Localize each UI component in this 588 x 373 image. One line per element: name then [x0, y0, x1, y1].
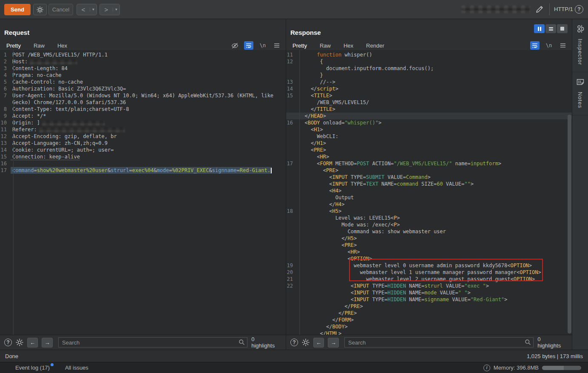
line-number	[286, 249, 297, 255]
response-panel: Response Pretty Raw Hex Render	[286, 19, 572, 350]
code-line: }	[286, 72, 572, 79]
send-button[interactable]: Send	[4, 4, 31, 15]
info-icon[interactable]: i	[483, 365, 490, 371]
response-search-input[interactable]	[344, 337, 534, 348]
code-line: 2Host:	[0, 58, 286, 65]
help-icon[interactable]: ?	[575, 5, 583, 14]
right-sidebar: Inspector Notes	[572, 19, 588, 350]
search-next-button[interactable]: →	[42, 338, 53, 348]
request-editor[interactable]: 1POST /WEB_VMS/LEVEL15/ HTTP/1.12Host:3C…	[0, 50, 286, 335]
code-line: </H4>	[286, 201, 572, 208]
response-title: Response	[290, 29, 321, 36]
forward-request-button[interactable]: > ▼	[99, 4, 120, 15]
line-number: 16	[0, 160, 11, 167]
code-line: <HR>	[286, 153, 572, 160]
search-help-icon[interactable]: ?	[4, 339, 12, 346]
word-wrap-icon[interactable]	[244, 41, 253, 50]
line-number	[286, 106, 297, 113]
document-icon	[577, 79, 584, 85]
cancel-button[interactable]: Cancel	[48, 4, 73, 15]
code-line: <H1>	[286, 126, 572, 133]
line-number	[286, 167, 297, 174]
text-caret	[271, 168, 272, 173]
layout-columns-button[interactable]	[534, 24, 545, 33]
arrow-right-icon: →	[331, 339, 336, 346]
search-settings-gear-icon[interactable]	[302, 339, 310, 346]
arrow-right-icon: →	[45, 339, 50, 346]
line-number	[286, 181, 297, 187]
code-line: 10Origin: ]	[0, 119, 286, 126]
sidebar-tab-notes[interactable]: Notes	[572, 72, 588, 116]
search-settings-gear-icon[interactable]	[16, 339, 23, 346]
line-number: 17	[286, 160, 297, 167]
search-prev-button[interactable]: ←	[27, 338, 38, 348]
search-help-icon[interactable]: ?	[290, 339, 298, 346]
code-line: 15Connection: keep-alive	[0, 153, 286, 160]
http-version-label[interactable]: HTTP/1	[554, 6, 573, 12]
line-number	[286, 113, 297, 119]
line-number: 3	[0, 65, 11, 72]
line-number	[286, 126, 297, 133]
line-number: 6	[0, 85, 11, 92]
code-line: </H5>	[286, 235, 572, 242]
line-number	[286, 140, 297, 147]
show-newlines-icon[interactable]: \n	[544, 41, 554, 50]
search-prev-button[interactable]: ←	[313, 338, 324, 348]
search-next-button[interactable]: →	[328, 338, 339, 348]
request-title: Request	[4, 29, 29, 36]
event-log-button[interactable]: Event log (17)	[15, 365, 50, 371]
status-done-label: Done	[5, 353, 18, 359]
show-newlines-icon[interactable]: \n	[258, 41, 267, 50]
notification-dot	[51, 363, 54, 366]
line-number: 13	[0, 140, 11, 147]
layout-buttons	[534, 24, 568, 33]
search-icon	[239, 339, 245, 345]
code-line: 1POST /WEB_VMS/LEVEL15/ HTTP/1.1	[0, 51, 286, 58]
layout-tabs-button[interactable]	[557, 24, 568, 33]
redacted-target	[461, 6, 530, 13]
code-line: <INPUT TYPE=HIDDEN NAME=mode VALUE=" ">	[286, 289, 572, 296]
code-line: </PRE>	[286, 310, 572, 316]
code-line: <HR>	[286, 249, 572, 255]
menu-icon[interactable]	[272, 41, 281, 50]
request-search-input[interactable]	[58, 337, 247, 348]
hide-nonprintable-icon[interactable]	[230, 41, 239, 50]
response-editor[interactable]: 11 function whisper()12 { document.input…	[286, 50, 572, 335]
line-number	[286, 255, 297, 262]
line-number: 15	[286, 92, 297, 99]
line-number	[286, 310, 297, 316]
line-number: 12	[286, 58, 297, 65]
code-line: </HTML>	[286, 330, 572, 335]
redacted-text	[30, 59, 77, 65]
line-number	[286, 215, 297, 221]
code-line: 11 function whisper()	[286, 51, 572, 58]
send-settings-button[interactable]	[33, 4, 47, 15]
gear-icon	[37, 6, 43, 13]
code-line: 5Cache-Control: no-cache	[0, 79, 286, 85]
layout-rows-button[interactable]	[545, 24, 556, 33]
line-number: 20	[286, 269, 297, 276]
code-line: 14 </script>	[286, 85, 572, 92]
all-issues-button[interactable]: All issues	[65, 365, 88, 371]
arrow-left-icon: ←	[316, 339, 321, 346]
code-line: 12 {	[286, 58, 572, 65]
line-number	[0, 99, 11, 106]
response-scrollbar[interactable]	[568, 115, 571, 333]
word-wrap-icon[interactable]	[530, 41, 540, 50]
menu-icon[interactable]	[558, 41, 568, 50]
line-number	[286, 65, 297, 72]
code-line: 17command=show%20webmaster%20user&strurl…	[0, 167, 286, 174]
edit-target-button[interactable]	[535, 5, 544, 14]
sidebar-tab-inspector[interactable]: Inspector	[572, 19, 588, 72]
line-number: 17	[0, 167, 11, 174]
memory-indicator: i Memory: 396.8MB	[483, 365, 583, 371]
chevron-down-icon[interactable]: ▼	[90, 8, 97, 11]
line-number: 12	[0, 133, 11, 140]
line-number: 1	[0, 51, 11, 58]
back-request-button[interactable]: < ▼	[77, 4, 97, 15]
rows-layout-icon	[549, 27, 553, 31]
code-line: <H4>	[286, 187, 572, 194]
request-panel: Request Pretty Raw Hex \n	[0, 19, 286, 350]
sidebar-tab-label: Inspector	[577, 39, 583, 65]
chevron-down-icon[interactable]: ▼	[113, 8, 119, 11]
